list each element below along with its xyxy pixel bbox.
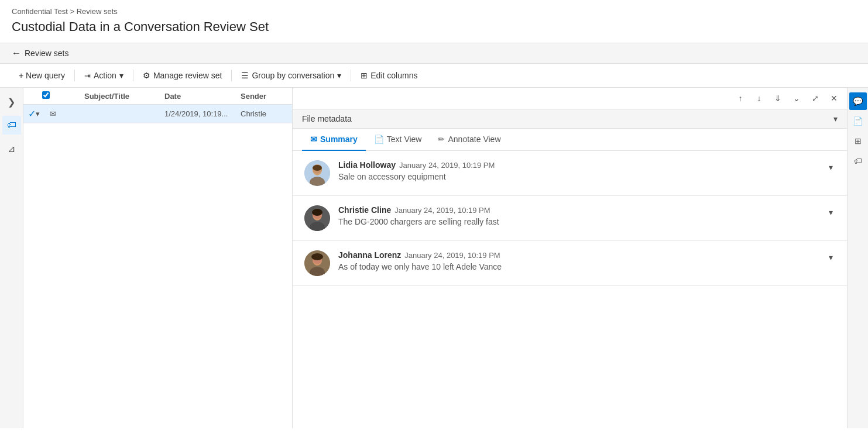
action-chevron-icon: ▾ xyxy=(119,71,123,80)
avatar-lidia xyxy=(304,160,330,186)
list-header-sender: Sender xyxy=(241,92,287,101)
group-icon: ☰ xyxy=(241,71,249,80)
back-arrow-icon: ← xyxy=(12,48,21,58)
group-chevron-icon: ▾ xyxy=(337,71,341,80)
filter-icon-button[interactable]: ⊿ xyxy=(2,139,21,158)
top-bar: Confidential Test > Review sets Custodia… xyxy=(0,0,868,43)
breadcrumb-link[interactable]: Confidential Test xyxy=(12,7,68,16)
right-sidebar-doc-button[interactable]: 📄 xyxy=(849,112,867,130)
conversation-list: Lidia Holloway January 24, 2019, 10:19 P… xyxy=(293,151,847,428)
sender-name-2: Christie Cline xyxy=(338,205,391,215)
list-header-checkbox-col xyxy=(42,91,56,101)
tab-text-view[interactable]: 📄 Text View xyxy=(366,129,430,151)
file-metadata-chevron-icon[interactable]: ▾ xyxy=(833,114,838,123)
message-expand-chevron-2[interactable]: ▾ xyxy=(826,205,835,219)
conversation-body-3: Johanna Lorenz January 24, 2019, 10:19 P… xyxy=(338,250,818,271)
conversation-body-1: Lidia Holloway January 24, 2019, 10:19 P… xyxy=(338,160,818,181)
sender-name-3: Johanna Lorenz xyxy=(338,250,401,260)
navigate-down-end-button[interactable]: ⇓ xyxy=(770,90,786,106)
conversation-item-2[interactable]: Christie Cline January 24, 2019, 10:19 P… xyxy=(293,196,847,241)
tab-summary[interactable]: ✉ Summary xyxy=(302,129,366,151)
message-date-1: January 24, 2019, 10:19 PM xyxy=(399,161,495,170)
conversation-header-2: Christie Cline January 24, 2019, 10:19 P… xyxy=(338,205,818,215)
conversation-item-3[interactable]: Johanna Lorenz January 24, 2019, 10:19 P… xyxy=(293,241,847,286)
message-text-2: The DG-2000 chargers are selling really … xyxy=(338,217,818,226)
text-view-doc-icon: 📄 xyxy=(374,135,384,144)
close-detail-button[interactable]: ✕ xyxy=(826,90,842,106)
toolbar-divider-2 xyxy=(133,70,133,81)
svg-point-4 xyxy=(313,165,322,171)
select-all-checkbox[interactable] xyxy=(42,91,50,99)
message-expand-chevron-3[interactable]: ▾ xyxy=(826,250,835,264)
detail-toolbar: ↑ ↓ ⇓ ⌄ ⤢ ✕ xyxy=(293,88,847,109)
conversation-header-3: Johanna Lorenz January 24, 2019, 10:19 P… xyxy=(338,250,818,260)
message-date-3: January 24, 2019, 10:19 PM xyxy=(404,251,500,260)
sender-name-1: Lidia Holloway xyxy=(338,160,396,170)
message-text-1: Sale on accessory equipment xyxy=(338,172,818,181)
left-sidebar: ❯ 🏷 ⊿ xyxy=(0,88,23,428)
svg-point-14 xyxy=(311,253,323,260)
list-header-subject: Subject/Title xyxy=(84,92,164,101)
message-date-2: January 24, 2019, 10:19 PM xyxy=(394,206,490,215)
message-text-3: As of today we only have 10 left Adele V… xyxy=(338,262,818,271)
detail-panel: ↑ ↓ ⇓ ⌄ ⤢ ✕ File metadata ▾ ✉ Summary 📄 … xyxy=(293,88,847,428)
list-header: Subject/Title Date Sender xyxy=(23,88,292,105)
action-arrow-icon: ⇥ xyxy=(84,71,91,80)
breadcrumb: Confidential Test > Review sets xyxy=(12,7,856,16)
tabs-bar: ✉ Summary 📄 Text View ✏ Annotate View xyxy=(293,129,847,151)
new-query-button[interactable]: + New query xyxy=(12,67,72,84)
edit-columns-button[interactable]: ⊞ Edit columns xyxy=(354,67,424,84)
annotate-view-icon: ✏ xyxy=(438,135,445,144)
expand-collapse-panel-button[interactable]: ❯ xyxy=(2,92,21,111)
main-layout: ❯ 🏷 ⊿ Subject/Title Date Sender ✓ ▾ ✉ 1/… xyxy=(0,88,868,428)
tab-annotate-view[interactable]: ✏ Annotate View xyxy=(430,129,509,151)
list-panel: Subject/Title Date Sender ✓ ▾ ✉ 1/24/201… xyxy=(23,88,293,428)
table-row[interactable]: ✓ ▾ ✉ 1/24/2019, 10:19... Christie xyxy=(23,105,292,123)
file-metadata-label: File metadata xyxy=(302,114,352,123)
right-sidebar-table-button[interactable]: ⊞ xyxy=(849,132,867,150)
manage-review-set-button[interactable]: ⚙ Manage review set xyxy=(136,67,229,84)
avatar-christie xyxy=(304,205,330,231)
right-sidebar-tag-button[interactable]: 🏷 xyxy=(849,152,867,170)
message-expand-chevron-1[interactable]: ▾ xyxy=(826,160,835,174)
conversation-body-2: Christie Cline January 24, 2019, 10:19 P… xyxy=(338,205,818,226)
action-button[interactable]: ⇥ Action ▾ xyxy=(77,67,131,84)
svg-point-9 xyxy=(312,209,323,216)
summary-email-icon: ✉ xyxy=(310,135,317,144)
tag-icon-button[interactable]: 🏷 xyxy=(2,116,21,135)
conversation-header-1: Lidia Holloway January 24, 2019, 10:19 P… xyxy=(338,160,818,170)
breadcrumb-separator: > xyxy=(70,7,75,16)
toolbar-divider-3 xyxy=(231,70,232,81)
group-by-conversation-button[interactable]: ☰ Group by conversation ▾ xyxy=(234,67,348,84)
navigate-up-button[interactable]: ↑ xyxy=(732,90,749,106)
right-sidebar: 💬 📄 ⊞ 🏷 xyxy=(847,88,868,428)
file-metadata-bar: File metadata ▾ xyxy=(293,109,847,129)
right-sidebar-conversation-button[interactable]: 💬 xyxy=(849,92,867,110)
navigate-down-alt-button[interactable]: ⌄ xyxy=(788,90,805,106)
row-checkbox-checked[interactable]: ✓ xyxy=(28,108,36,119)
avatar-johanna xyxy=(304,250,330,276)
row-date: 1/24/2019, 10:19... xyxy=(164,109,241,118)
expand-button[interactable]: ⤢ xyxy=(807,90,824,106)
conversation-item-1[interactable]: Lidia Holloway January 24, 2019, 10:19 P… xyxy=(293,151,847,196)
toolbar-divider-1 xyxy=(74,70,75,81)
navigate-down-button[interactable]: ↓ xyxy=(751,90,767,106)
toolbar-divider-4 xyxy=(351,70,351,81)
toolbar: + New query ⇥ Action ▾ ⚙ Manage review s… xyxy=(0,64,868,88)
nav-back[interactable]: ← Review sets xyxy=(0,43,868,64)
email-icon: ✉ xyxy=(50,109,64,118)
row-sender: Christie xyxy=(241,109,287,118)
gear-icon: ⚙ xyxy=(143,71,150,80)
page-title: Custodial Data in a Conversation Review … xyxy=(12,19,856,35)
nav-back-label: Review sets xyxy=(25,49,68,58)
breadcrumb-current: Review sets xyxy=(77,7,118,16)
columns-icon: ⊞ xyxy=(361,71,368,80)
row-expand-chevron[interactable]: ▾ xyxy=(36,109,50,118)
list-header-date: Date xyxy=(164,92,241,101)
